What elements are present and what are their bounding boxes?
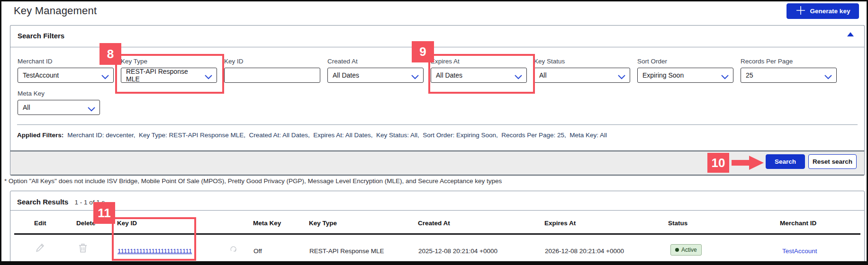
filter-created-at: Created At All Dates (327, 58, 424, 83)
key-management-screen: Key Management Generate key Search Filte… (0, 0, 868, 265)
status-dot-icon (675, 248, 679, 252)
col-header-key-id: Key ID (117, 220, 137, 227)
results-count: 1 - 1 of 1 s (74, 199, 105, 206)
filter-key-id: Key ID (224, 58, 320, 83)
meta-key-select[interactable]: All (18, 100, 100, 115)
generate-key-button[interactable]: Generate key (787, 3, 859, 19)
created-at-label: Created At (327, 58, 424, 65)
key-type-select[interactable]: REST-API Response MLE (121, 68, 217, 83)
col-header-meta-key: Meta Key (253, 220, 281, 227)
search-filters-panel: Search Filters Merchant ID TestAccount K… (10, 25, 865, 176)
search-button[interactable]: Search (766, 154, 805, 169)
expires-at-value: All Dates (436, 71, 462, 79)
table-header-rule (14, 233, 860, 235)
delete-trash-icon[interactable] (77, 242, 89, 256)
chevron-down-icon (88, 106, 95, 113)
key-type-label: Key Type (121, 58, 217, 65)
key-type-value: REST-API Response MLE (126, 68, 203, 83)
applied-filters-label: Applied Filters: (17, 132, 63, 139)
expires-at-label: Expires At (431, 58, 527, 65)
chevron-down-icon (101, 73, 109, 81)
col-header-key-type: Key Type (309, 220, 337, 227)
col-header-edit: Edit (34, 220, 46, 227)
created-at-select[interactable]: All Dates (327, 68, 424, 83)
filter-merchant-id: Merchant ID TestAccount (18, 58, 114, 83)
reset-search-button[interactable]: Reset search (808, 154, 857, 169)
page-title: Key Management (14, 5, 97, 17)
key-status-select[interactable]: All (534, 68, 630, 83)
filter-meta-key: Meta Key All (18, 90, 100, 115)
all-keys-footnote: * Option "All Keys" does not include ISV… (4, 177, 502, 185)
search-results-title: Search Results (17, 198, 68, 206)
key-type-cell: REST-API Response MLE (309, 247, 384, 255)
filter-records-per-page: Records Per Page 25 (741, 58, 837, 83)
chevron-down-icon (618, 73, 625, 81)
chevron-down-icon (721, 73, 729, 81)
meta-key-cell: Off (253, 247, 262, 255)
applied-filters-text: Merchant ID: devcenter, Key Type: REST-A… (67, 132, 607, 139)
merchant-id-select[interactable]: TestAccount (18, 68, 114, 83)
created-at-value: All Dates (333, 71, 359, 79)
key-id-label: Key ID (224, 58, 320, 65)
plus-icon (796, 5, 806, 17)
results-header-divider (10, 210, 864, 211)
merchant-id-label: Merchant ID (18, 58, 114, 65)
generate-key-label: Generate key (810, 8, 850, 15)
rotate-key-icon[interactable] (229, 245, 238, 256)
applied-filters: Applied Filters:Merchant ID: devcenter, … (17, 132, 607, 139)
records-per-page-label: Records Per Page (741, 58, 837, 65)
status-badge: Active (670, 244, 702, 256)
key-id-link[interactable]: 111111111111111111111111 (118, 247, 192, 255)
records-per-page-select[interactable]: 25 (741, 68, 837, 83)
expires-at-cell: 2026-12-08 20:21:04 +0000 (545, 247, 624, 255)
col-header-created-at: Created At (418, 220, 450, 227)
meta-key-label: Meta Key (18, 90, 100, 97)
chevron-down-icon (515, 73, 522, 81)
filter-expires-at: Expires At All Dates (431, 58, 527, 83)
edit-pencil-icon[interactable] (35, 242, 47, 256)
search-filters-header: Search Filters (10, 26, 864, 47)
key-status-value: All (539, 71, 547, 79)
search-button-label: Search (775, 158, 796, 165)
filter-sort-order: Sort Order Expiring Soon (637, 58, 733, 83)
key-status-label: Key Status (534, 58, 630, 65)
meta-key-value: All (23, 104, 30, 111)
sort-order-value: Expiring Soon (642, 71, 684, 79)
applied-filters-divider (17, 124, 858, 125)
search-filters-title: Search Filters (18, 32, 64, 40)
status-label: Active (681, 247, 697, 253)
col-header-expires-at: Expires At (544, 220, 576, 227)
collapse-panel-icon[interactable] (847, 32, 854, 36)
filter-key-type: Key Type REST-API Response MLE (121, 58, 217, 83)
records-per-page-value: 25 (746, 71, 753, 79)
reset-search-label: Reset search (813, 158, 852, 165)
col-header-delete: Delete (76, 220, 96, 227)
created-at-cell: 2025-12-08 20:21:04 +0000 (418, 247, 497, 255)
chevron-down-icon (824, 73, 832, 81)
chevron-down-icon (205, 73, 212, 81)
merchant-id-value: TestAccount (23, 71, 59, 79)
filter-key-status: Key Status All (534, 58, 630, 83)
filters-action-bar (10, 150, 864, 175)
sort-order-label: Sort Order (637, 58, 733, 65)
merchant-id-link[interactable]: TestAccount (782, 247, 817, 255)
chevron-down-icon (411, 73, 419, 81)
col-header-status: Status (668, 220, 687, 227)
expires-at-select[interactable]: All Dates (431, 68, 527, 83)
col-header-merchant-id: Merchant ID (780, 220, 816, 227)
search-results-panel: Search Results 1 - 1 of 1 s Edit Delete … (10, 191, 865, 265)
sort-order-select[interactable]: Expiring Soon (637, 68, 733, 83)
key-id-input[interactable] (224, 68, 320, 83)
